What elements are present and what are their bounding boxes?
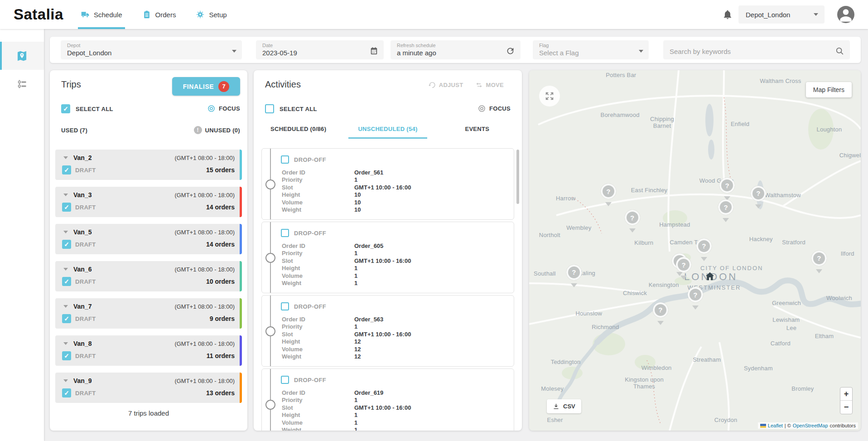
map-unassigned-marker[interactable]: ?: [601, 184, 616, 199]
adjust-button[interactable]: ADJUST: [428, 81, 463, 89]
tab-events[interactable]: EVENTS: [433, 121, 522, 139]
field-label: Priority: [282, 323, 354, 330]
map-filters-button[interactable]: Map Filters: [806, 82, 852, 97]
activities-scrollbar[interactable]: [516, 150, 519, 204]
field-value: 1: [354, 176, 357, 183]
field-label: Slot: [282, 257, 354, 264]
csv-export-button[interactable]: CSV: [547, 399, 581, 413]
chevron-down-icon[interactable]: [63, 156, 68, 159]
map-unassigned-marker[interactable]: ?: [566, 265, 582, 280]
activities-select-all-checkbox[interactable]: [265, 104, 274, 113]
nav-tab-schedule[interactable]: Schedule: [81, 0, 122, 29]
chevron-down-icon[interactable]: [63, 231, 68, 233]
trip-order-count: 13 orders: [206, 389, 235, 397]
trip-card[interactable]: Van_6(GMT+1 08:00 - 18:00)✓DRAFT10 order…: [55, 261, 242, 291]
depot-home-marker[interactable]: [704, 271, 716, 282]
chevron-down-icon[interactable]: [63, 342, 68, 345]
depot-filter[interactable]: DepotDepot_London: [61, 40, 242, 59]
map-unassigned-marker[interactable]: ?: [625, 210, 640, 225]
trips-focus-button[interactable]: FOCUS: [207, 104, 240, 113]
map-unassigned-marker[interactable]: ?: [676, 257, 691, 272]
trip-status: DRAFT: [75, 241, 206, 248]
refresh-icon[interactable]: [506, 46, 515, 56]
chevron-down-icon[interactable]: [63, 194, 68, 196]
chevron-down-icon[interactable]: [63, 268, 68, 271]
field-value: 1: [354, 323, 357, 330]
trip-checkbox[interactable]: ✓: [62, 314, 71, 323]
osm-link[interactable]: OpenStreetMap: [793, 423, 828, 428]
sidebar-item-map-view[interactable]: [0, 42, 44, 70]
depot-filter-label: Depot: [67, 43, 228, 48]
map-panel[interactable]: Potters BarWaltham CrossBorehamwoodChipp…: [529, 70, 861, 431]
sidebar-item-timeline-view[interactable]: [0, 70, 44, 98]
map-unassigned-marker[interactable]: ?: [751, 186, 766, 201]
flag-filter[interactable]: FlagSelect a Flag: [533, 40, 649, 59]
map-unassigned-marker[interactable]: ?: [718, 199, 733, 215]
trip-card[interactable]: Van_2(GMT+1 08:00 - 18:00)✓DRAFT15 order…: [55, 150, 242, 180]
trip-order-count: 15 orders: [206, 166, 235, 174]
map-place-label: Harrow: [556, 195, 575, 202]
activity-checkbox[interactable]: [281, 229, 289, 237]
adjust-label: ADJUST: [439, 82, 463, 88]
finalise-button[interactable]: FINALISE 7: [172, 77, 240, 96]
trip-checkbox[interactable]: ✓: [62, 240, 71, 249]
nav-tab-setup[interactable]: Setup: [196, 0, 227, 29]
zoom-in-button[interactable]: +: [840, 388, 852, 401]
trip-card[interactable]: Van_8(GMT+1 08:00 - 18:00)✓DRAFT11 order…: [55, 335, 242, 366]
map-attribution: Leaflet | © OpenStreetMap contributors: [758, 422, 858, 429]
activity-checkbox[interactable]: [281, 155, 289, 164]
tab-unscheduled[interactable]: UNSCHEDULED (54): [343, 121, 432, 139]
activity-checkbox[interactable]: [281, 302, 289, 310]
trip-checkbox[interactable]: ✓: [62, 165, 71, 174]
nav-tab-orders[interactable]: Orders: [142, 0, 176, 29]
trips-select-all-checkbox[interactable]: ✓: [61, 104, 70, 113]
activity-type: DROP-OFF: [294, 377, 326, 383]
trip-card[interactable]: Van_5(GMT+1 08:00 - 18:00)✓DRAFT14 order…: [55, 224, 242, 254]
trips-footer: 7 trips loaded: [50, 409, 247, 417]
trip-card[interactable]: Van_9(GMT+1 08:00 - 18:00)✓DRAFT13 order…: [55, 373, 242, 403]
activities-select-all-label: SELECT ALL: [280, 106, 317, 112]
map-unassigned-marker[interactable]: ?: [688, 287, 703, 302]
trip-time-window: (GMT+1 08:00 - 18:00): [174, 378, 235, 384]
user-avatar[interactable]: [837, 6, 854, 23]
activity-checkbox[interactable]: [281, 376, 289, 384]
map-unassigned-marker[interactable]: ?: [696, 238, 712, 254]
depot-switcher[interactable]: Depot_London: [738, 5, 825, 24]
field-label: Order ID: [282, 316, 354, 323]
trip-checkbox[interactable]: ✓: [62, 277, 71, 286]
trip-order-count: 9 orders: [210, 315, 235, 322]
focus-icon: [207, 104, 216, 113]
map-unassigned-marker[interactable]: ?: [653, 302, 668, 318]
search-field[interactable]: Search by keywords: [663, 40, 850, 59]
trips-focus-label: FOCUS: [219, 105, 240, 112]
map-expand-button[interactable]: [539, 86, 560, 107]
date-filter[interactable]: Date2023-05-19: [256, 40, 384, 59]
tab-scheduled[interactable]: SCHEDULED (0/86): [254, 121, 343, 139]
refresh-schedule[interactable]: Refresh schedulea minute ago: [391, 40, 521, 59]
trip-card[interactable]: Van_3(GMT+1 08:00 - 18:00)✓DRAFT14 order…: [55, 187, 242, 217]
field-value: GMT+1 10:00 - 16:00: [354, 184, 411, 191]
activity-card[interactable]: DROP-OFFOrder IDOrder_563Priority1SlotGM…: [261, 295, 514, 367]
map-place-label: Kensington: [649, 281, 679, 288]
chevron-down-icon[interactable]: [63, 305, 68, 308]
notifications-bell-icon[interactable]: [722, 9, 733, 20]
activity-card[interactable]: DROP-OFFOrder IDOrder_605Priority1SlotGM…: [261, 222, 514, 293]
trip-checkbox[interactable]: ✓: [62, 351, 71, 360]
trip-card[interactable]: Van_7(GMT+1 08:00 - 18:00)✓DRAFT9 orders: [55, 298, 242, 329]
map-unassigned-marker[interactable]: ?: [719, 178, 735, 193]
activities-focus-button[interactable]: FOCUS: [477, 104, 511, 113]
map-unassigned-marker[interactable]: ?: [811, 251, 827, 266]
map-place-label: Streatham: [693, 356, 721, 363]
move-button[interactable]: MOVE: [475, 81, 504, 89]
zoom-out-button[interactable]: −: [840, 401, 852, 414]
activity-card[interactable]: DROP-OFFOrder IDOrder_561Priority1SlotGM…: [261, 148, 514, 220]
trip-checkbox[interactable]: ✓: [62, 388, 71, 397]
warning-circle-icon: !: [194, 126, 202, 134]
activity-card[interactable]: DROP-OFFOrder IDOrder_619Priority1SlotGM…: [261, 368, 514, 431]
search-icon[interactable]: [835, 46, 844, 56]
trip-checkbox[interactable]: ✓: [62, 203, 71, 212]
leaflet-link[interactable]: Leaflet: [768, 423, 783, 428]
chevron-down-icon[interactable]: [63, 379, 68, 382]
activity-type: DROP-OFF: [294, 230, 326, 237]
field-label: Weight: [282, 206, 354, 213]
